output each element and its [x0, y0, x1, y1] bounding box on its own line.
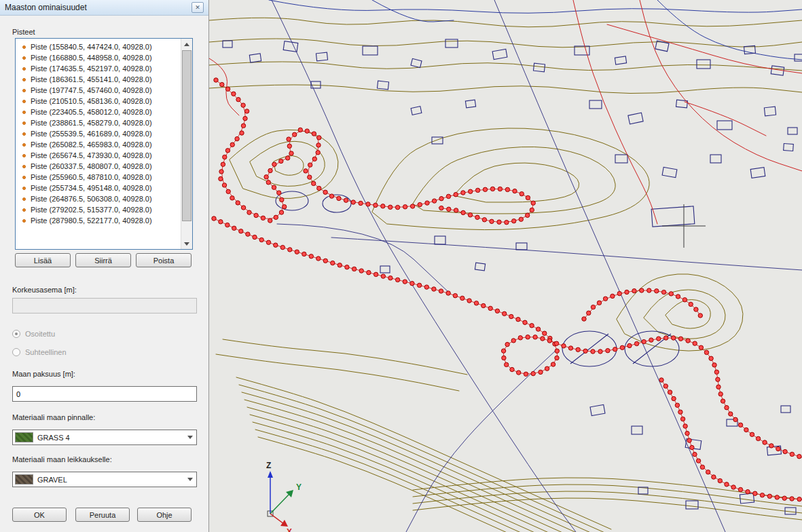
z-axis-arrow-icon	[268, 471, 273, 478]
arrow-down-icon	[184, 242, 189, 246]
close-icon: ✕	[195, 5, 200, 11]
surface-material-label: Materiaali maan pinnalle:	[12, 413, 95, 421]
grass-texture-swatch	[15, 432, 33, 442]
add-button[interactable]: Lisää	[15, 253, 71, 267]
point-item-label: Piste (186361.5, 455141.0, 40928.0)	[31, 75, 152, 83]
point-bullet-icon	[22, 187, 26, 190]
chevron-down-icon	[187, 436, 193, 439]
radio-unselected-icon	[12, 348, 20, 356]
point-bullet-icon	[22, 143, 26, 147]
thickness-input[interactable]	[12, 386, 197, 402]
list-item[interactable]: Piste (287980.5, 522177.0, 40928.0)	[16, 215, 180, 226]
point-item-label: Piste (260337.5, 480807.0, 40928.0)	[31, 162, 152, 170]
point-bullet-icon	[22, 176, 26, 179]
building-footprints	[223, 39, 802, 514]
point-item-label: Piste (174635.5, 452197.0, 40928.0)	[31, 64, 152, 73]
scroll-down-button[interactable]	[181, 238, 192, 249]
x-axis-label: X	[287, 527, 292, 532]
point-item-label: Piste (255960.5, 487810.0, 40928.0)	[31, 173, 152, 181]
remove-button[interactable]: Poista	[136, 253, 192, 267]
list-item[interactable]: Piste (210510.5, 458136.0, 40928.0)	[16, 96, 180, 107]
x-axis-arrow-icon	[280, 520, 288, 527]
radio-indicated-label: Osoitettu	[25, 330, 55, 338]
point-bullet-icon	[22, 165, 26, 168]
surface-material-dropdown[interactable]: GRASS 4	[12, 430, 197, 445]
point-item-label: Piste (255539.5, 461689.0, 40928.0)	[31, 130, 152, 138]
point-bullet-icon	[22, 78, 26, 81]
axis-triad: Z Y X	[266, 461, 302, 532]
point-item-label: Piste (287980.5, 522177.0, 40928.0)	[31, 216, 152, 225]
move-button[interactable]: Siirrä	[75, 253, 131, 267]
list-item[interactable]: Piste (264876.5, 506308.0, 40928.0)	[16, 193, 180, 204]
cut-material-dropdown[interactable]: GRAVEL	[12, 472, 197, 487]
radio-indicated[interactable]: Osoitettu	[12, 330, 55, 338]
point-bullet-icon	[22, 100, 26, 103]
dropdown-arrow-zone[interactable]	[184, 430, 196, 444]
point-item-label: Piste (264876.5, 506308.0, 40928.0)	[31, 195, 152, 203]
point-bullet-icon	[22, 89, 26, 92]
contour-lines	[209, 18, 802, 532]
list-item[interactable]: Piste (255960.5, 487810.0, 40928.0)	[16, 172, 180, 183]
point-item-label: Piste (223405.5, 458012.0, 40928.0)	[31, 108, 152, 116]
elevation-label: Korkeusasema [m]:	[12, 286, 77, 294]
cut-material-value: GRAVEL	[37, 476, 180, 484]
list-item[interactable]: Piste (166880.5, 448958.0, 40928.0)	[16, 52, 180, 63]
radio-selected-icon	[12, 330, 20, 338]
cursor-crosshair	[662, 204, 706, 248]
point-item-label: Piste (210510.5, 458136.0, 40928.0)	[31, 97, 152, 105]
point-item-label: Piste (279202.5, 515377.0, 40928.0)	[31, 206, 152, 214]
point-item-label: Piste (265674.5, 473930.0, 40928.0)	[31, 151, 152, 159]
list-item[interactable]: Piste (238861.5, 458279.0, 40928.0)	[16, 117, 180, 128]
elevation-input	[12, 298, 197, 314]
points-list[interactable]: Piste (155840.5, 447424.0, 40928.0) Pist…	[16, 39, 180, 248]
close-button[interactable]: ✕	[192, 2, 204, 13]
z-axis-label: Z	[266, 461, 271, 470]
radio-relative-label: Suhteellinen	[25, 348, 67, 356]
scrollbar-thumb[interactable]	[182, 50, 192, 221]
list-item[interactable]: Piste (197747.5, 457460.0, 40928.0)	[16, 85, 180, 96]
list-item[interactable]: Piste (260337.5, 480807.0, 40928.0)	[16, 161, 180, 172]
dialog-title: Maaston ominaisuudet	[5, 3, 192, 12]
list-item[interactable]: Piste (265674.5, 473930.0, 40928.0)	[16, 150, 180, 161]
point-bullet-icon	[22, 56, 26, 60]
point-bullet-icon	[22, 121, 26, 125]
point-bullet-icon	[22, 45, 26, 49]
point-bullet-icon	[22, 67, 26, 71]
list-item[interactable]: Piste (223405.5, 458012.0, 40928.0)	[16, 107, 180, 117]
point-item-label: Piste (166880.5, 448958.0, 40928.0)	[31, 54, 152, 62]
dialog-titlebar[interactable]: Maaston ominaisuudet ✕	[0, 0, 208, 16]
radio-relative[interactable]: Suhteellinen	[12, 348, 67, 356]
ok-button[interactable]: OK	[12, 508, 67, 522]
map-viewport[interactable]: Z Y X	[209, 0, 802, 532]
gravel-texture-swatch	[15, 474, 33, 484]
list-item[interactable]: Piste (279202.5, 515377.0, 40928.0)	[16, 204, 180, 215]
point-bullet-icon	[22, 154, 26, 157]
arrow-up-icon	[184, 43, 189, 46]
parcel-lines	[272, 0, 802, 532]
points-list-container: Piste (155840.5, 447424.0, 40928.0) Pist…	[15, 38, 193, 250]
list-item[interactable]: Piste (155840.5, 447424.0, 40928.0)	[16, 41, 180, 52]
scroll-up-button[interactable]	[181, 39, 192, 50]
points-label: Pisteet	[12, 28, 35, 36]
point-bullet-icon	[22, 208, 26, 212]
help-button[interactable]: Ohje	[137, 508, 192, 522]
point-item-label: Piste (197747.5, 457460.0, 40928.0)	[31, 86, 152, 94]
thickness-label: Maan paksuus [m]:	[12, 370, 75, 378]
cancel-button[interactable]: Peruuta	[75, 508, 130, 522]
chevron-down-icon	[187, 478, 193, 481]
list-item[interactable]: Piste (255539.5, 461689.0, 40928.0)	[16, 128, 180, 139]
point-bullet-icon	[22, 132, 26, 136]
dropdown-arrow-zone[interactable]	[184, 472, 196, 487]
point-bullet-icon	[22, 111, 26, 114]
points-list-scrollbar[interactable]	[181, 39, 192, 249]
list-item[interactable]: Piste (265082.5, 465983.0, 40928.0)	[16, 139, 180, 150]
surface-material-value: GRASS 4	[37, 434, 180, 442]
point-item-label: Piste (155840.5, 447424.0, 40928.0)	[31, 43, 152, 51]
point-item-label: Piste (255734.5, 495148.0, 40928.0)	[31, 184, 152, 192]
list-item[interactable]: Piste (186361.5, 455141.0, 40928.0)	[16, 74, 180, 85]
point-item-label: Piste (238861.5, 458279.0, 40928.0)	[31, 119, 152, 127]
point-bullet-icon	[22, 219, 26, 223]
point-bullet-icon	[22, 197, 26, 201]
list-item[interactable]: Piste (174635.5, 452197.0, 40928.0)	[16, 63, 180, 74]
list-item[interactable]: Piste (255734.5, 495148.0, 40928.0)	[16, 183, 180, 193]
